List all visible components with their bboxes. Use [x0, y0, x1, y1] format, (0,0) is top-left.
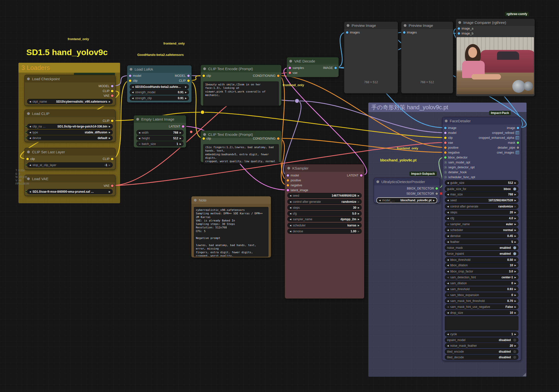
- toggle-dot[interactable]: [513, 356, 516, 359]
- widget-tiled_decode[interactable]: tiled_decodedisabled: [445, 355, 518, 359]
- increment-arrow-icon[interactable]: ▶: [185, 91, 187, 94]
- port-image[interactable]: image: [507, 126, 519, 130]
- port-clip[interactable]: clip: [129, 79, 138, 83]
- port-image[interactable]: image: [444, 126, 456, 130]
- increment-arrow-icon[interactable]: ▶: [109, 164, 110, 166]
- text-widget[interactable]: cyberrealistic_v90.safetensors Sampling …: [194, 207, 268, 257]
- widget-device[interactable]: ◀devicedefault▶: [27, 135, 113, 140]
- decrement-arrow-icon[interactable]: ◀: [29, 131, 31, 134]
- node-collapse-dot[interactable]: [287, 167, 290, 170]
- cropped_enhanced_alpha-port[interactable]: [516, 136, 519, 140]
- increment-arrow-icon[interactable]: ▶: [180, 137, 181, 140]
- LATENT-port[interactable]: [182, 125, 184, 128]
- increment-arrow-icon[interactable]: ▶: [358, 194, 359, 197]
- reroute-dot[interactable]: [201, 110, 204, 114]
- model-port[interactable]: [444, 132, 447, 134]
- widget-control[interactable]: ◀control after generaterandomize▶: [287, 199, 362, 204]
- widget-control[interactable]: ◀typestable_diffusion▶: [27, 130, 113, 135]
- node-note[interactable]: Notecyberrealistic_v90.safetensors Sampl…: [191, 196, 271, 258]
- widget-control[interactable]: ◀clip_na …SD1.5\clip-vit-large-patch14-3…: [27, 124, 113, 129]
- widget-control[interactable]: ◀height512▶: [136, 136, 184, 141]
- vae-port[interactable]: [444, 141, 447, 144]
- node-image-comparer[interactable]: Image Comparer (rgthree)image_aimage_b: [456, 18, 535, 96]
- increment-arrow-icon[interactable]: ▶: [185, 86, 187, 88]
- widget-control[interactable]: ◀width768▶: [136, 130, 184, 135]
- decrement-arrow-icon[interactable]: ◀: [447, 241, 449, 243]
- decrement-arrow-icon[interactable]: ◀: [132, 97, 134, 99]
- widget-inpaint_model[interactable]: inpaint_modeldisabled: [445, 337, 518, 342]
- toggle-dot[interactable]: [513, 188, 516, 190]
- node-collapse-dot[interactable]: [404, 24, 406, 27]
- CLIP-port[interactable]: [111, 120, 113, 122]
- node-header[interactable]: CLIP Text Encode (Prompt): [201, 65, 281, 72]
- widget-control[interactable]: ◀drop_size10▶: [445, 310, 518, 315]
- widget-tiled_encode[interactable]: tiled_encodedisabled: [445, 349, 518, 354]
- widget-control[interactable]: ◀sam_mask_hint_use_negativeFalse▶: [445, 304, 518, 309]
- decrement-arrow-icon[interactable]: ◀: [29, 190, 31, 193]
- cnet_images-port[interactable]: [516, 151, 519, 154]
- VAE-port[interactable]: [111, 185, 113, 187]
- increment-arrow-icon[interactable]: ▶: [109, 137, 110, 139]
- increment-arrow-icon[interactable]: ▶: [514, 288, 516, 290]
- node-collapse-dot[interactable]: [27, 78, 30, 80]
- port-negative[interactable]: negative: [444, 151, 460, 155]
- node-collapse-dot[interactable]: [347, 24, 349, 27]
- port-sam_model_opt[interactable]: sam_model_opt: [444, 160, 470, 164]
- reroute-dot[interactable]: [295, 99, 299, 103]
- increment-arrow-icon[interactable]: ▶: [514, 229, 516, 231]
- increment-arrow-icon[interactable]: ▶: [180, 131, 181, 134]
- decrement-arrow-icon[interactable]: ◀: [447, 211, 449, 214]
- port-CONDITIONING[interactable]: CONDITIONING: [253, 74, 280, 78]
- port-MODEL[interactable]: MODEL: [99, 84, 113, 88]
- increment-arrow-icon[interactable]: ▶: [514, 264, 516, 267]
- port-CONDITIONING[interactable]: CONDITIONING: [253, 137, 280, 141]
- clip-port[interactable]: [202, 137, 205, 140]
- decrement-arrow-icon[interactable]: ◀: [447, 288, 449, 290]
- increment-arrow-icon[interactable]: ▶: [514, 211, 516, 214]
- widget-drop_size[interactable]: ◀drop_size10▶: [445, 310, 518, 315]
- increment-arrow-icon[interactable]: ▶: [514, 333, 516, 335]
- widget-scheduler[interactable]: ◀schedulernormal▶: [445, 227, 518, 232]
- model-port[interactable]: [129, 75, 131, 77]
- widget-control[interactable]: ◀denoise0.45▶: [445, 233, 518, 238]
- image_a-port[interactable]: [458, 27, 460, 30]
- decrement-arrow-icon[interactable]: ◀: [447, 235, 449, 237]
- toggle-dot[interactable]: [513, 252, 516, 255]
- port-latent_image[interactable]: latent_image: [287, 188, 308, 192]
- node-collapse-dot[interactable]: [376, 180, 379, 183]
- text-widget[interactable]: [445, 316, 518, 330]
- widget-control[interactable]: ◀bbox_crop_factor3.0▶: [445, 269, 518, 274]
- widget-force_inpaint[interactable]: force_inpaintenabled: [445, 251, 518, 256]
- port-IMAGE[interactable]: IMAGE: [323, 66, 337, 70]
- widget-control[interactable]: ◀schedulernormal▶: [445, 227, 518, 233]
- widget-strength_model[interactable]: ◀strength_model0.91▶: [130, 90, 189, 94]
- widget-width[interactable]: ◀width768▶: [136, 130, 184, 135]
- node-clip-set-last-layer[interactable]: CLIP Set Last LayerclipCLIP◀stop_at_clip…: [24, 148, 115, 170]
- port-scheduler_func_opt[interactable]: scheduler_func_opt: [444, 175, 475, 179]
- toggle-dot[interactable]: [513, 350, 516, 353]
- decrement-arrow-icon[interactable]: ◀: [290, 201, 291, 203]
- increment-arrow-icon[interactable]: ▶: [514, 205, 516, 208]
- node-header[interactable]: Load Checkpoint: [25, 75, 115, 82]
- node-collapse-dot[interactable]: [445, 120, 448, 122]
- widget-height[interactable]: ◀height512▶: [136, 136, 184, 140]
- widget-control[interactable]: tiled_decodedisabled: [445, 355, 518, 360]
- port-LATENT[interactable]: LATENT: [347, 173, 362, 177]
- port-cropped_refined[interactable]: cropped_refined: [492, 131, 519, 135]
- node-header[interactable]: Load VAE: [25, 175, 115, 182]
- decrement-arrow-icon[interactable]: ◀: [139, 131, 140, 134]
- widget-control after generate[interactable]: ◀control after generaterandomize▶: [287, 199, 362, 204]
- port-VAE[interactable]: VAE: [104, 94, 113, 98]
- widget-sampler_name[interactable]: ◀sampler_nameeuler▶: [445, 221, 518, 226]
- CLIP-port[interactable]: [111, 158, 113, 160]
- IMAGE-port[interactable]: [334, 67, 337, 69]
- samples-port[interactable]: [289, 67, 291, 69]
- clip-port[interactable]: [129, 79, 131, 82]
- widget-seed[interactable]: ◀seed187229824847539▶: [445, 198, 518, 202]
- node-collapse-dot[interactable]: [27, 151, 30, 153]
- node-preview-image-1[interactable]: Preview Imageimages768 × 512: [344, 21, 398, 94]
- node-header[interactable]: Note: [191, 196, 271, 204]
- node-header[interactable]: CLIP Set Last Layer: [25, 148, 115, 156]
- widget-control[interactable]: ◀steps20▶: [445, 210, 518, 215]
- SEGM_DETECTOR-port[interactable]: [435, 192, 438, 195]
